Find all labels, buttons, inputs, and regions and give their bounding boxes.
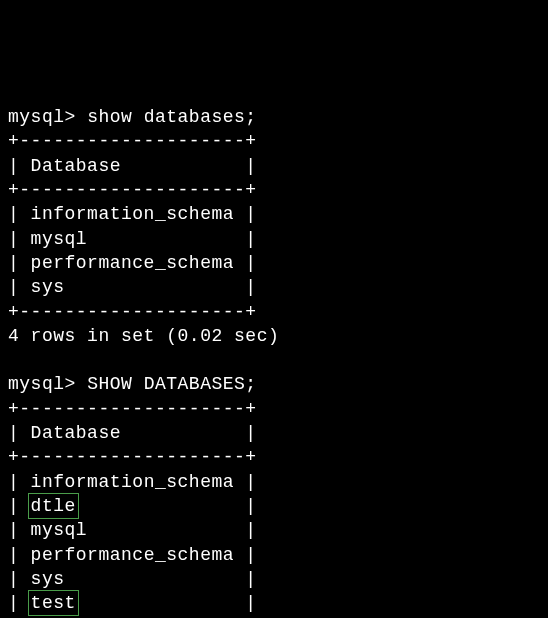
table-row: | information_schema | — [8, 204, 257, 224]
table-row: | performance_schema | — [8, 253, 257, 273]
terminal-output: mysql> show databases; +----------------… — [8, 105, 540, 618]
table-row: | sys | — [8, 569, 257, 589]
table-row: | mysql | — [8, 229, 257, 249]
table-border: +--------------------+ — [8, 447, 257, 467]
table-row: | performance_schema | — [8, 545, 257, 565]
db-name-highlighted: dtle — [28, 493, 79, 519]
table-header: | Database | — [8, 156, 257, 176]
table-border: +--------------------+ — [8, 399, 257, 419]
table-border: +--------------------+ — [8, 302, 257, 322]
db-name: information_schema — [31, 472, 234, 492]
table-row: | sys | — [8, 277, 257, 297]
result-summary: 4 rows in set (0.02 sec) — [8, 326, 279, 346]
db-name: mysql — [31, 520, 88, 540]
db-name: performance_schema — [31, 545, 234, 565]
table-row: | mysql | — [8, 520, 257, 540]
table-row: | test | — [8, 593, 257, 613]
db-name-highlighted: test — [28, 590, 79, 616]
table-border: +--------------------+ — [8, 180, 257, 200]
table-row: | information_schema | — [8, 472, 257, 492]
sql-command: SHOW DATABASES; — [87, 374, 257, 394]
table-header: | Database | — [8, 423, 257, 443]
table-border: +--------------------+ — [8, 131, 257, 151]
table-row: | dtle | — [8, 496, 257, 516]
mysql-prompt: mysql> — [8, 374, 76, 394]
mysql-prompt: mysql> — [8, 107, 76, 127]
sql-command: show databases; — [87, 107, 257, 127]
db-name: sys — [31, 569, 65, 589]
